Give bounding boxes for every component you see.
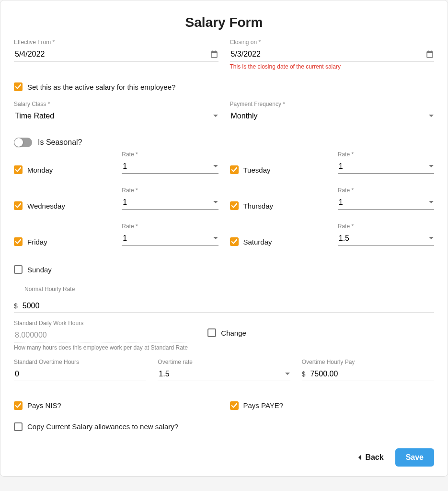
day-rate-select-saturday[interactable] — [338, 232, 434, 246]
chevron-down-icon — [213, 114, 218, 118]
ot-pay-label: Overtime Hourly Pay — [302, 359, 434, 365]
day-rate-value — [122, 162, 212, 171]
save-button[interactable]: Save — [395, 448, 434, 467]
pays-paye-checkbox[interactable] — [230, 401, 239, 410]
payment-frequency-label: Payment Frequency * — [230, 101, 435, 107]
copy-allowances-checkbox[interactable] — [14, 422, 23, 431]
calendar-icon[interactable] — [425, 50, 434, 58]
closing-on-hint: This is the closing date of the current … — [230, 63, 435, 70]
rate-label: Rate * — [338, 151, 434, 158]
day-label: Saturday — [243, 238, 272, 246]
day-rate-value — [338, 162, 428, 171]
std-ot-hours-field: Standard Overtime Hours — [14, 359, 146, 381]
day-rate-value — [338, 234, 428, 243]
salary-class-select[interactable] — [14, 109, 218, 123]
payment-frequency-value — [230, 111, 429, 121]
ot-pay-field: Overtime Hourly Pay $ — [302, 359, 434, 381]
chevron-down-icon — [428, 200, 434, 204]
effective-from-label: Effective From * — [14, 39, 218, 46]
day-checkbox-sunday[interactable] — [14, 265, 23, 274]
rate-label: Rate * — [338, 187, 434, 194]
day-label: Monday — [27, 166, 53, 174]
day-checkbox-saturday[interactable] — [230, 237, 239, 246]
payment-frequency-select[interactable] — [230, 109, 435, 123]
change-label: Change — [221, 329, 246, 337]
ot-rate-value — [158, 369, 284, 379]
closing-on-input[interactable] — [230, 49, 426, 59]
std-hours-label: Standard Daily Work Hours — [14, 320, 190, 327]
day-label: Sunday — [27, 266, 52, 274]
closing-on-label: Closing on * — [230, 39, 435, 46]
day-rate-select-friday[interactable] — [122, 232, 218, 246]
chevron-down-icon — [428, 236, 434, 240]
save-button-label: Save — [406, 453, 424, 461]
ot-rate-select[interactable] — [158, 367, 290, 381]
std-ot-hours-input[interactable] — [14, 369, 146, 379]
day-checkbox-wednesday[interactable] — [14, 201, 23, 210]
day-label: Friday — [27, 238, 47, 246]
rate-label: Rate * — [122, 187, 218, 194]
ot-rate-field: Overtime rate — [158, 359, 290, 381]
day-label: Wednesday — [27, 202, 65, 210]
chevron-down-icon — [428, 114, 434, 118]
currency-prefix: $ — [14, 302, 18, 310]
seasonal-label: Is Seasonal? — [38, 138, 82, 147]
day-rate-select-monday[interactable] — [122, 160, 218, 174]
chevron-down-icon — [213, 200, 218, 204]
arrow-left-icon — [357, 454, 362, 461]
chevron-down-icon — [213, 164, 218, 168]
back-button[interactable]: Back — [355, 453, 386, 462]
calendar-icon[interactable] — [210, 50, 218, 58]
ot-rate-label: Overtime rate — [158, 359, 290, 365]
copy-allowances-label: Copy Current Salary allowances to new sa… — [27, 422, 178, 431]
hourly-rate-input[interactable] — [22, 301, 434, 311]
salary-class-field: Salary Class * — [14, 101, 218, 123]
day-checkbox-tuesday[interactable] — [230, 165, 239, 174]
effective-from-input[interactable] — [14, 49, 210, 59]
chevron-down-icon — [428, 164, 434, 168]
rate-label: Rate * — [122, 151, 218, 158]
day-checkbox-monday[interactable] — [14, 165, 23, 174]
page-title: Salary Form — [14, 15, 434, 30]
day-rate-select-thursday[interactable] — [338, 196, 434, 210]
chevron-down-icon — [285, 372, 290, 376]
day-label: Thursday — [243, 202, 274, 210]
pays-nis-label: Pays NIS? — [27, 401, 61, 409]
ot-pay-input[interactable] — [309, 369, 434, 379]
std-hours-field: Standard Daily Work Hours How many hours… — [14, 320, 190, 352]
pays-paye-label: Pays PAYE? — [243, 401, 284, 409]
back-button-label: Back — [365, 453, 383, 462]
effective-from-field: Effective From * — [14, 39, 218, 70]
payment-frequency-field: Payment Frequency * — [230, 101, 435, 123]
active-salary-label: Set this as the active salary for this e… — [27, 83, 175, 91]
day-label: Tuesday — [243, 166, 271, 174]
rate-label: Rate * — [122, 223, 218, 230]
std-hours-input — [14, 330, 190, 340]
salary-class-label: Salary Class * — [14, 101, 218, 107]
hourly-rate-label: Normal Hourly Rate — [24, 286, 434, 292]
change-checkbox[interactable] — [207, 328, 216, 337]
day-checkbox-friday[interactable] — [14, 237, 23, 246]
currency-prefix: $ — [302, 370, 306, 378]
closing-on-field: Closing on * This is the closing date of… — [230, 39, 435, 70]
salary-form-card: Salary Form Effective From * Closing on … — [0, 0, 448, 477]
rate-label: Rate * — [338, 223, 434, 230]
day-checkbox-thursday[interactable] — [230, 201, 239, 210]
day-rate-value — [122, 198, 212, 207]
day-rate-select-tuesday[interactable] — [338, 160, 434, 174]
std-ot-hours-label: Standard Overtime Hours — [14, 359, 146, 365]
seasonal-toggle[interactable] — [14, 138, 32, 147]
day-rate-value — [122, 234, 212, 243]
pays-nis-checkbox[interactable] — [14, 401, 23, 410]
day-rate-value — [338, 198, 428, 207]
chevron-down-icon — [213, 236, 218, 240]
std-hours-hint: How many hours does this employee work p… — [14, 344, 190, 352]
day-rate-select-wednesday[interactable] — [122, 196, 218, 210]
salary-class-value — [14, 111, 213, 121]
active-salary-checkbox[interactable] — [14, 82, 23, 91]
